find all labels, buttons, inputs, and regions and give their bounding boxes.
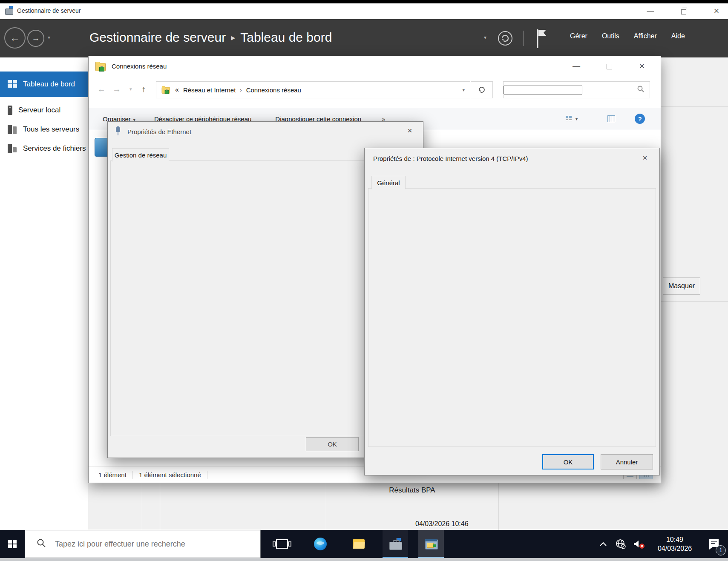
control-panel-icon xyxy=(425,539,437,549)
start-button[interactable] xyxy=(0,530,25,558)
tab-general[interactable]: Général xyxy=(371,176,406,189)
explorer-title: Connexions réseau xyxy=(112,63,167,70)
breadcrumb-page: Tableau de bord xyxy=(240,30,332,44)
tray-chevron-button[interactable] xyxy=(596,530,611,558)
explorer-search-box[interactable] xyxy=(503,81,650,98)
local-server-icon xyxy=(8,106,12,115)
ethernet-ok-button[interactable]: OK xyxy=(306,437,359,451)
edge-button[interactable] xyxy=(308,530,333,558)
taskbar-clock[interactable]: 10:49 04/03/2026 xyxy=(651,535,699,553)
crumb-separator-icon: › xyxy=(236,87,246,93)
taskbar-search-input[interactable] xyxy=(54,539,239,549)
tab-gestion-reseau[interactable]: Gestion de réseau xyxy=(112,148,169,162)
nav-dropdown-icon[interactable]: ▾ xyxy=(48,34,50,40)
clock-date: 04/03/2026 xyxy=(651,544,699,553)
explorer-titlebar: Connexions réseau — × xyxy=(89,56,661,77)
view-button[interactable]: ▾ xyxy=(566,116,578,122)
hide-welcome-button[interactable]: Masquer xyxy=(663,278,700,295)
explorer-close-button[interactable]: × xyxy=(635,60,649,72)
chevron-up-icon xyxy=(599,541,607,547)
menu-outils[interactable]: Outils xyxy=(602,32,619,40)
notifications-flag-icon[interactable] xyxy=(535,29,548,51)
welcome-tile-border xyxy=(660,106,728,107)
ethernet-dialog-close-icon[interactable]: × xyxy=(403,126,416,135)
server-manager-app-icon xyxy=(5,6,13,12)
file-services-icon xyxy=(8,144,17,153)
bottom-edge xyxy=(0,558,728,561)
restore-button[interactable] xyxy=(677,5,690,17)
breadcrumb-root[interactable]: Gestionnaire de serveur xyxy=(89,30,226,44)
edge-icon xyxy=(314,538,327,550)
close-button[interactable]: × xyxy=(710,5,723,17)
taskbar-search[interactable] xyxy=(25,530,261,558)
header-menu: Gérer Outils Afficher Aide xyxy=(570,32,685,40)
explorer-address-row: ← → ▾ ↑ « Réseau et Internet › Connexion… xyxy=(89,77,661,103)
task-view-button[interactable] xyxy=(269,530,295,558)
dashboard-icon xyxy=(8,80,17,89)
tcpip-cancel-button[interactable]: Annuler xyxy=(601,454,653,469)
explorer-up-icon[interactable]: ↑ xyxy=(141,84,146,94)
speaker-muted-icon xyxy=(633,538,645,550)
sidebar-item-dashboard[interactable]: Tableau de bord xyxy=(0,72,88,97)
sidebar-item-local-server[interactable]: Serveur local xyxy=(0,101,88,119)
network-connections-taskbar-button[interactable] xyxy=(418,530,444,558)
notification-center-button[interactable]: 1 xyxy=(701,530,727,558)
explorer-forward-icon[interactable]: → xyxy=(112,84,121,94)
tile-divider xyxy=(160,482,160,530)
breadcrumb-separator-icon: ▸ xyxy=(226,33,240,42)
server-manager-titlebar: Gestionnaire de serveur — × xyxy=(0,3,728,20)
bpa-timestamp: 04/03/2026 10:46 xyxy=(415,520,469,528)
title-dropdown-icon[interactable]: ▾ xyxy=(484,34,486,40)
help-icon[interactable]: ? xyxy=(635,114,645,124)
sidebar: Tableau de bord Serveur local Tous les s… xyxy=(0,57,88,530)
menu-aide[interactable]: Aide xyxy=(671,32,685,40)
refresh-icon[interactable] xyxy=(498,31,513,48)
file-explorer-icon xyxy=(353,539,365,549)
screen: Gestionnaire de serveur — × ← → ▾ Gestio… xyxy=(0,0,728,561)
sidebar-item-file-services[interactable]: Services de fichiers et de stockage xyxy=(0,140,88,157)
menu-afficher[interactable]: Afficher xyxy=(634,32,657,40)
address-dropdown-icon[interactable]: ▾ xyxy=(462,87,465,93)
crumb-connexions-reseau[interactable]: Connexions réseau xyxy=(246,86,301,94)
notification-badge: 1 xyxy=(716,545,726,555)
explorer-back-icon[interactable]: ← xyxy=(97,84,106,94)
tcpip-properties-dialog: Propriétés de : Protocole Internet versi… xyxy=(364,148,660,475)
address-folder-icon xyxy=(162,86,171,94)
window-title: Gestionnaire de serveur xyxy=(17,7,81,14)
bpa-results-title: Résultats BPA xyxy=(326,486,498,495)
back-button[interactable]: ← xyxy=(4,27,26,49)
forward-button[interactable]: → xyxy=(27,30,44,47)
status-selected-count: 1 élément sélectionné xyxy=(139,471,201,478)
tcpip-dialog-close-icon[interactable]: × xyxy=(639,153,651,163)
ethernet-dialog-title: Propriétés de Ethernet xyxy=(127,128,191,135)
menu-gerer[interactable]: Gérer xyxy=(570,32,587,40)
volume-tray-icon[interactable] xyxy=(630,530,648,558)
tcpip-dialog-title: Propriétés de : Protocole Internet versi… xyxy=(373,155,528,162)
view-caret-icon: ▾ xyxy=(575,117,578,121)
minimize-button[interactable]: — xyxy=(644,5,657,17)
network-status-tray-icon[interactable] xyxy=(612,530,630,558)
status-item-count: 1 élément xyxy=(98,471,127,478)
server-manager-taskbar-button[interactable] xyxy=(383,530,408,558)
ethernet-plug-icon xyxy=(115,127,121,137)
taskbar-search-icon xyxy=(36,538,46,550)
breadcrumb-collapse[interactable]: « xyxy=(175,86,179,94)
columns-view-icon[interactable] xyxy=(607,115,615,122)
header-divider xyxy=(523,31,524,46)
explorer-minimize-button[interactable]: — xyxy=(569,60,584,72)
refresh-button[interactable] xyxy=(471,81,493,98)
explorer-search-input[interactable] xyxy=(504,86,582,94)
crumb-reseau-internet[interactable]: Réseau et Internet xyxy=(183,86,236,94)
clock-time: 10:49 xyxy=(651,535,699,544)
file-explorer-button[interactable] xyxy=(346,530,371,558)
explorer-maximize-button[interactable] xyxy=(602,60,616,72)
tcpip-ok-button[interactable]: OK xyxy=(542,454,594,469)
server-manager-icon xyxy=(389,539,401,549)
search-icon xyxy=(637,85,645,94)
all-servers-icon xyxy=(8,125,17,134)
explorer-history-dropdown-icon[interactable]: ▾ xyxy=(129,86,132,92)
taskbar: 10:49 04/03/2026 1 xyxy=(0,530,728,558)
view-grid-icon xyxy=(566,116,572,122)
sidebar-item-all-servers[interactable]: Tous les serveurs xyxy=(0,120,88,138)
address-bar[interactable]: « Réseau et Internet › Connexions réseau… xyxy=(156,81,470,98)
